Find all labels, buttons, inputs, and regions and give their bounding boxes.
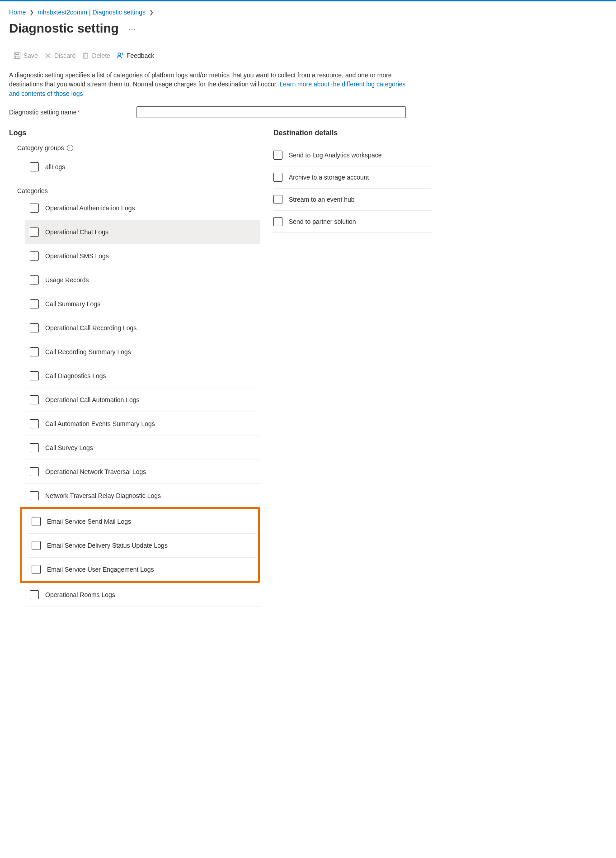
- close-icon: [44, 52, 52, 59]
- svg-rect-1: [15, 53, 19, 55]
- breadcrumb: Home ❯ mhsbxtest2comm | Diagnostic setti…: [9, 7, 607, 19]
- destination-checkbox[interactable]: [273, 195, 282, 204]
- category-label: Operational Rooms Logs: [45, 591, 115, 598]
- destinations-heading: Destination details: [273, 129, 432, 137]
- category-checkbox[interactable]: [30, 251, 39, 261]
- category-row[interactable]: Email Service Send Mail Logs: [27, 510, 258, 534]
- feedback-button[interactable]: Feedback: [117, 52, 154, 59]
- page-title: Diagnostic setting: [9, 21, 119, 36]
- categories-label: Categories: [17, 187, 260, 194]
- category-label: Operational Call Automation Logs: [45, 396, 140, 403]
- category-checkbox[interactable]: [30, 275, 39, 284]
- category-checkbox[interactable]: [30, 204, 39, 213]
- category-label: Email Service User Engagement Logs: [47, 566, 154, 573]
- category-label: Call Recording Summary Logs: [45, 348, 131, 356]
- category-row[interactable]: Operational Authentication Logs: [25, 196, 260, 220]
- category-row[interactable]: Call Diagnostics Logs: [25, 364, 260, 388]
- category-label: Network Traversal Relay Diagnostic Logs: [45, 492, 161, 499]
- breadcrumb-resource[interactable]: mhsbxtest2comm | Diagnostic settings: [38, 9, 146, 16]
- category-row[interactable]: Network Traversal Relay Diagnostic Logs: [25, 484, 260, 508]
- category-checkbox[interactable]: [30, 323, 39, 332]
- chevron-right-icon: ❯: [149, 9, 154, 15]
- category-checkbox[interactable]: [30, 371, 39, 380]
- category-checkbox[interactable]: [32, 517, 41, 526]
- category-row[interactable]: Call Automation Events Summary Logs: [25, 412, 260, 436]
- trash-icon: [82, 52, 89, 59]
- setting-name-input[interactable]: [136, 106, 406, 118]
- description-text: A diagnostic setting specifies a list of…: [9, 71, 411, 98]
- destination-row[interactable]: Send to Log Analytics workspace: [273, 144, 432, 166]
- setting-name-label: Diagnostic setting name*: [9, 109, 131, 116]
- category-groups-text: Category groups: [17, 144, 64, 152]
- category-row[interactable]: Call Recording Summary Logs: [25, 340, 260, 364]
- category-label: Operational Call Recording Logs: [45, 324, 136, 332]
- category-row[interactable]: Operational Chat Logs: [25, 220, 260, 244]
- chevron-right-icon: ❯: [29, 9, 34, 15]
- destination-row[interactable]: Archive to a storage account: [273, 166, 432, 189]
- category-row[interactable]: Email Service Delivery Status Update Log…: [27, 534, 258, 558]
- category-row[interactable]: Call Survey Logs: [25, 436, 260, 460]
- feedback-label: Feedback: [127, 52, 154, 59]
- category-row[interactable]: Operational Network Traversal Logs: [25, 460, 260, 484]
- delete-button[interactable]: Delete: [82, 52, 110, 59]
- toolbar: Save Discard Delete Feedback: [9, 49, 607, 64]
- category-label: Call Summary Logs: [45, 300, 100, 308]
- category-checkbox[interactable]: [30, 395, 39, 404]
- svg-point-10: [118, 53, 121, 56]
- category-label: Call Automation Events Summary Logs: [45, 420, 155, 427]
- save-icon: [14, 52, 21, 59]
- category-row[interactable]: Operational Call Recording Logs: [25, 316, 260, 340]
- category-row[interactable]: Operational SMS Logs: [25, 244, 260, 268]
- feedback-icon: [117, 52, 124, 59]
- destination-label: Send to partner solution: [289, 218, 356, 225]
- category-checkbox[interactable]: [32, 565, 41, 574]
- category-row[interactable]: Operational Rooms Logs: [25, 583, 260, 607]
- category-checkbox[interactable]: [30, 228, 39, 237]
- svg-rect-2: [15, 56, 19, 59]
- destination-label: Stream to an event hub: [289, 196, 355, 203]
- category-checkbox[interactable]: [30, 443, 39, 452]
- info-icon[interactable]: i: [67, 145, 73, 151]
- category-label: Operational Authentication Logs: [45, 204, 135, 212]
- category-checkbox[interactable]: [30, 419, 39, 428]
- destination-checkbox[interactable]: [273, 173, 282, 182]
- category-label: Operational Network Traversal Logs: [45, 468, 146, 475]
- alllogs-checkbox[interactable]: [30, 162, 39, 171]
- logs-heading: Logs: [9, 129, 260, 137]
- category-checkbox[interactable]: [30, 347, 39, 356]
- svg-rect-5: [84, 54, 87, 58]
- category-row[interactable]: Usage Records: [25, 268, 260, 292]
- destination-row[interactable]: Send to partner solution: [273, 211, 432, 233]
- destination-checkbox[interactable]: [273, 151, 282, 160]
- breadcrumb-home[interactable]: Home: [9, 9, 26, 16]
- destination-row[interactable]: Stream to an event hub: [273, 189, 432, 211]
- category-label: Call Diagnostics Logs: [45, 372, 106, 379]
- category-label: Operational SMS Logs: [45, 252, 109, 260]
- category-checkbox[interactable]: [30, 590, 39, 599]
- category-checkbox[interactable]: [32, 541, 41, 550]
- category-label: Usage Records: [45, 276, 89, 284]
- category-groups-label: Category groups i: [17, 144, 260, 152]
- category-row[interactable]: Operational Call Automation Logs: [25, 388, 260, 412]
- save-button[interactable]: Save: [14, 52, 38, 59]
- more-actions-button[interactable]: ⋯: [128, 24, 136, 34]
- category-label: Email Service Send Mail Logs: [47, 518, 131, 525]
- discard-label: Discard: [54, 52, 75, 59]
- email-categories-highlight: Email Service Send Mail Logs Email Servi…: [20, 507, 260, 583]
- category-checkbox[interactable]: [30, 467, 39, 476]
- category-row[interactable]: Call Summary Logs: [25, 292, 260, 316]
- category-checkbox[interactable]: [30, 491, 39, 500]
- category-row[interactable]: Email Service User Engagement Logs: [27, 558, 258, 581]
- delete-label: Delete: [92, 52, 110, 59]
- category-checkbox[interactable]: [30, 299, 39, 308]
- setting-name-label-text: Diagnostic setting name: [9, 109, 76, 116]
- save-label: Save: [24, 52, 38, 59]
- alllogs-label: allLogs: [45, 163, 65, 171]
- destination-label: Archive to a storage account: [289, 174, 369, 181]
- category-label: Email Service Delivery Status Update Log…: [47, 542, 168, 549]
- category-label: Call Survey Logs: [45, 444, 93, 451]
- discard-button[interactable]: Discard: [44, 52, 75, 59]
- alllogs-row[interactable]: allLogs: [25, 155, 260, 179]
- destination-checkbox[interactable]: [273, 217, 282, 226]
- required-indicator: *: [77, 109, 80, 116]
